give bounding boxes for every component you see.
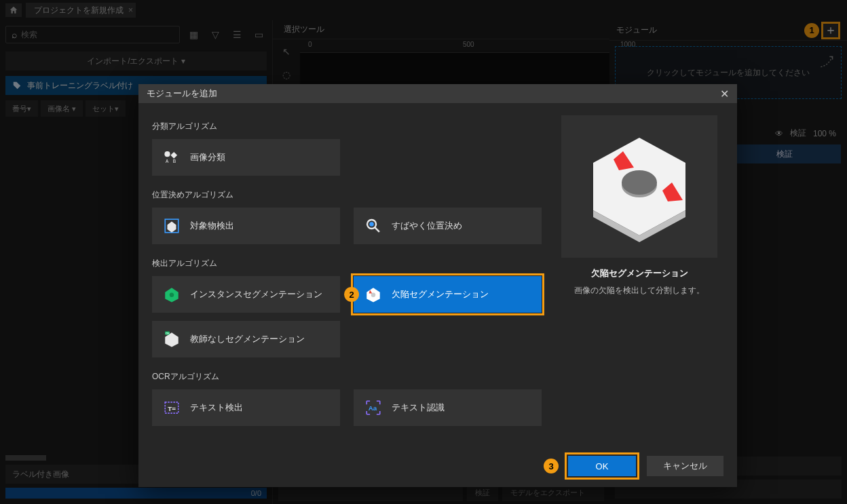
option-object-detection[interactable]: 対象物検出 (152, 208, 340, 244)
dialog-title: モジュールを追加 (147, 88, 217, 100)
svg-point-23 (622, 170, 657, 195)
svg-point-12 (371, 293, 376, 298)
svg-marker-5 (168, 222, 176, 233)
preview-title: 欠陥セグメンテーション (591, 267, 688, 279)
option-unsupervised-segmentation-label: 教師なしセグメンテーション (190, 333, 305, 345)
option-image-classification-label: 画像分類 (190, 151, 225, 163)
svg-text:T=: T= (168, 405, 176, 412)
option-instance-segmentation-label: インスタンスセグメンテーション (190, 288, 322, 301)
preview-image (561, 115, 717, 258)
add-module-dialog: モジュールを追加 ✕ 分類アルゴリズム AB 画像分類 位置決めアルゴリズム (138, 84, 737, 487)
category-ocr: OCRアルゴリズム (152, 371, 542, 383)
callout-badge-3: 3 (544, 459, 559, 473)
svg-point-8 (369, 222, 374, 227)
image-classify-icon: AB (163, 149, 181, 166)
option-quick-locate-label: すばやく位置決め (392, 220, 462, 232)
svg-text:OK: OK (166, 332, 170, 335)
option-defect-segmentation-label: 欠陥セグメンテーション (392, 288, 489, 301)
instance-seg-icon (163, 286, 181, 303)
option-defect-segmentation[interactable]: 欠陥セグメンテーション (354, 276, 542, 313)
svg-text:A: A (166, 159, 169, 163)
option-text-recognition[interactable]: Aa テキスト認識 (354, 389, 542, 426)
option-quick-locate[interactable]: すばやく位置決め (354, 208, 542, 244)
svg-line-7 (375, 227, 379, 232)
defect-seg-icon (364, 286, 382, 303)
dialog-close-button[interactable]: ✕ (720, 88, 729, 100)
category-detect: 検出アルゴリズム (152, 258, 542, 269)
dialog-footer: 3 OK キャンセル (138, 445, 737, 487)
option-text-recognition-label: テキスト認識 (392, 402, 445, 414)
text-recog-icon: Aa (364, 399, 382, 416)
cancel-button[interactable]: キャンセル (647, 456, 723, 476)
svg-marker-1 (170, 152, 177, 159)
option-object-detection-label: 対象物検出 (190, 220, 234, 232)
ok-button[interactable]: OK (568, 456, 636, 476)
option-instance-segmentation[interactable]: インスタンスセグメンテーション (152, 276, 340, 313)
category-locate: 位置決めアルゴリズム (152, 189, 542, 201)
svg-text:B: B (173, 159, 176, 163)
option-unsupervised-segmentation[interactable]: OK 教師なしセグメンテーション (152, 321, 340, 357)
object-detect-icon (163, 217, 181, 235)
preview-panel: 欠陥セグメンテーション 画像の欠陥を検出して分割します。 (555, 115, 723, 445)
unsup-seg-icon: OK (163, 330, 181, 348)
modal-overlay: モジュールを追加 ✕ 分類アルゴリズム AB 画像分類 位置決めアルゴリズム (0, 0, 847, 504)
svg-text:Aa: Aa (369, 404, 377, 412)
callout-badge-2: 2 (344, 287, 359, 302)
svg-point-0 (164, 151, 170, 157)
option-image-classification[interactable]: AB 画像分類 (152, 139, 340, 176)
quick-locate-icon (364, 217, 382, 235)
svg-point-10 (170, 293, 174, 298)
option-text-detection-label: テキスト検出 (190, 402, 243, 414)
text-detect-icon: T= (163, 399, 181, 416)
option-text-detection[interactable]: T= テキスト検出 (152, 389, 340, 426)
preview-description: 画像の欠陥を検出して分割します。 (574, 285, 704, 296)
dialog-header[interactable]: モジュールを追加 ✕ (138, 84, 737, 103)
category-classify: 分類アルゴリズム (152, 121, 542, 132)
